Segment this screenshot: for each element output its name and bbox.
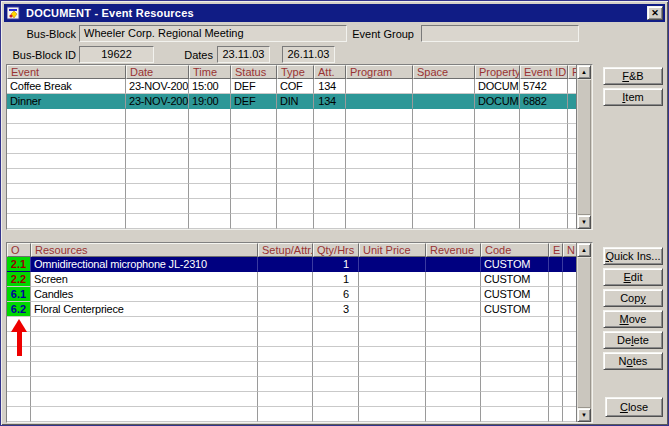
table-empty-row[interactable] <box>7 347 577 362</box>
resources-scrollbar[interactable]: ▲ ▼ <box>576 243 592 422</box>
column-header[interactable]: Status <box>231 65 277 79</box>
table-empty-row[interactable] <box>7 362 577 377</box>
column-header[interactable]: Type <box>277 65 314 79</box>
cell <box>277 154 314 169</box>
fb-button[interactable]: F&B <box>603 67 663 85</box>
bus-block-label: Bus-Block <box>9 28 76 40</box>
column-header[interactable]: Revenue <box>426 243 481 257</box>
table-empty-row[interactable] <box>7 154 577 169</box>
cell: CUSTOM <box>481 272 549 287</box>
resource-row[interactable]: 2.1Omnidirectional microphone JL-23101CU… <box>7 257 577 272</box>
close-icon: ✕ <box>651 8 659 18</box>
cell <box>426 392 481 407</box>
column-header[interactable]: Property <box>475 65 520 79</box>
cell: 6882 <box>520 94 568 109</box>
scroll-up-icon[interactable]: ▲ <box>577 243 591 257</box>
resource-row[interactable]: 6.1Candles6CUSTOM <box>7 287 577 302</box>
column-header[interactable]: Date <box>126 65 189 79</box>
column-header[interactable]: Resources <box>31 243 258 257</box>
column-header[interactable]: Qty/Hrs <box>313 243 359 257</box>
cell: Omnidirectional microphone JL-2310 <box>31 257 258 272</box>
cell: Floral Centerpriece <box>31 302 258 317</box>
cell <box>258 392 313 407</box>
table-empty-row[interactable] <box>7 124 577 139</box>
resources-table: OResourcesSetup/Attr.Qty/HrsUnit PriceRe… <box>6 242 593 423</box>
cell <box>189 139 231 154</box>
bus-block-field[interactable]: Wheeler Corp. Regional Meeting <box>79 25 347 42</box>
copy-button[interactable]: Copy <box>603 289 663 307</box>
notes-button[interactable]: Notes <box>603 352 663 370</box>
column-header[interactable]: Code <box>481 243 549 257</box>
table-empty-row[interactable] <box>7 214 577 229</box>
item-button[interactable]: Item <box>603 88 663 106</box>
header-row: OResourcesSetup/Attr.Qty/HrsUnit PriceRe… <box>7 243 577 257</box>
table-empty-row[interactable] <box>7 377 577 392</box>
resource-row[interactable]: 2.2Screen1CUSTOM <box>7 272 577 287</box>
quick-ins-button[interactable]: Quick Ins... <box>603 247 663 265</box>
column-header[interactable]: O <box>7 243 31 257</box>
column-header[interactable]: Setup/Attr. <box>258 243 313 257</box>
column-header[interactable]: Unit Price <box>359 243 426 257</box>
cell <box>346 199 413 214</box>
close-window-button[interactable]: ✕ <box>647 6 663 20</box>
column-header[interactable]: Program <box>346 65 413 79</box>
table-empty-row[interactable] <box>7 317 577 332</box>
column-header[interactable]: Space <box>413 65 475 79</box>
cell <box>31 332 258 347</box>
move-button[interactable]: Move <box>603 310 663 328</box>
table-empty-row[interactable] <box>7 407 577 422</box>
column-header[interactable]: Time <box>189 65 231 79</box>
scroll-down-icon[interactable]: ▼ <box>577 408 591 422</box>
delete-button[interactable]: Delete <box>603 331 663 349</box>
table-empty-row[interactable] <box>7 169 577 184</box>
resource-row[interactable]: 6.2Floral Centerpriece3CUSTOM <box>7 302 577 317</box>
cell <box>313 407 359 422</box>
order-cell: 6.2 <box>7 302 31 317</box>
column-header[interactable]: Att. <box>314 65 346 79</box>
column-header[interactable]: Event <box>7 65 126 79</box>
table-empty-row[interactable] <box>7 199 577 214</box>
events-scrollbar[interactable]: ▲ ▼ <box>576 65 592 229</box>
date-to-field[interactable]: 26.11.03 <box>282 46 335 63</box>
table-empty-row[interactable] <box>7 332 577 347</box>
cell <box>346 169 413 184</box>
cell: DEF <box>231 79 277 94</box>
cell: 134 <box>314 79 346 94</box>
cell: CUSTOM <box>481 257 549 272</box>
events-scrollbar-track[interactable] <box>577 79 591 215</box>
table-empty-row[interactable] <box>7 139 577 154</box>
cell: Dinner <box>7 94 126 109</box>
cell <box>520 199 568 214</box>
cell <box>31 362 258 377</box>
resources-scrollbar-track[interactable] <box>577 257 591 408</box>
cell: DEF <box>231 94 277 109</box>
close-button[interactable]: Close <box>605 397 663 417</box>
event-row[interactable]: Dinner23-NOV-200319:00DEFDIN134DOCUMENT6… <box>7 94 577 109</box>
cell <box>258 377 313 392</box>
column-header[interactable]: E <box>549 243 563 257</box>
bus-block-id-field[interactable]: 19622 <box>79 46 154 63</box>
table-empty-row[interactable] <box>7 392 577 407</box>
cell <box>475 124 520 139</box>
cell: 6 <box>313 287 359 302</box>
cell <box>258 332 313 347</box>
cell <box>7 169 126 184</box>
column-header[interactable]: Event ID <box>520 65 568 79</box>
date-from-field[interactable]: 23.11.03 <box>217 46 270 63</box>
cell <box>549 377 563 392</box>
scroll-up-icon[interactable]: ▲ <box>577 65 591 79</box>
cell <box>313 332 359 347</box>
cell <box>313 317 359 332</box>
scroll-down-icon[interactable]: ▼ <box>577 215 591 229</box>
cell <box>563 332 577 347</box>
table-empty-row[interactable] <box>7 184 577 199</box>
edit-button[interactable]: Edit <box>603 268 663 286</box>
column-header[interactable]: N <box>563 243 577 257</box>
cell <box>7 377 31 392</box>
cell <box>359 407 426 422</box>
event-row[interactable]: Coffee Break23-NOV-200315:00DEFCOF134DOC… <box>7 79 577 94</box>
table-empty-row[interactable] <box>7 109 577 124</box>
event-group-field[interactable] <box>421 25 579 42</box>
cell <box>426 332 481 347</box>
cell <box>475 184 520 199</box>
